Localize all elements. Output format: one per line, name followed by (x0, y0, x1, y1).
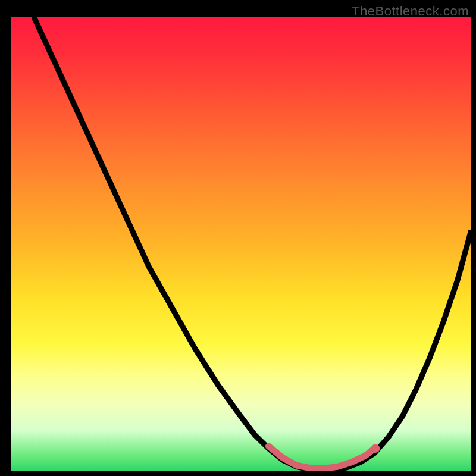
bottleneck-curve (34, 17, 471, 470)
chart-svg (11, 17, 471, 471)
watermark-text: TheBottleneck.com (352, 4, 469, 19)
highlight-end-dot (371, 444, 380, 453)
plot-area (11, 17, 471, 471)
